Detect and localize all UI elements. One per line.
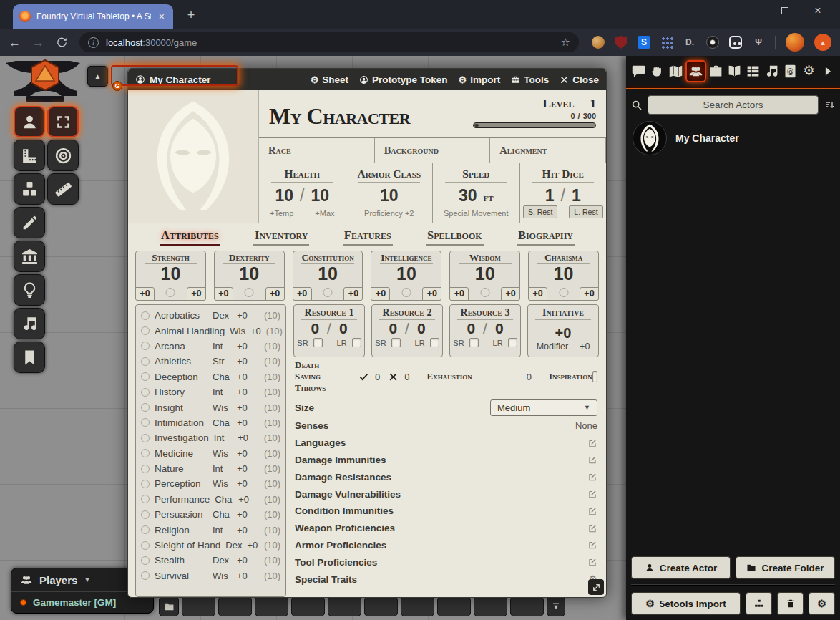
speed-value[interactable]: 30ft [459,186,494,205]
skill-row[interactable]: Deception Cha +0 (10) [141,369,280,384]
skill-name[interactable]: Animal Handling [155,326,225,336]
skill-row[interactable]: Performance Cha +0 (10) [141,492,280,507]
ability-label[interactable]: Dexterity [229,252,270,263]
inspiration-checkbox[interactable] [592,371,597,382]
skill-name[interactable]: Acrobatics [155,310,207,321]
macro-slot[interactable] [474,596,507,616]
skill-name[interactable]: Religion [155,525,207,536]
ability-label[interactable]: Intelligence [381,252,431,263]
resource-label[interactable]: Resource 1 [305,307,354,319]
skill-row[interactable]: History Int +0 (10) [141,384,280,399]
browser-update-icon[interactable]: ▲ [814,34,831,51]
nav-collapse-button[interactable]: ▲ [87,66,108,87]
skill-proficiency-radio[interactable] [141,372,150,381]
site-info-icon[interactable]: i [88,37,99,48]
sidebar-tab-playlists[interactable] [763,60,781,82]
xp-display[interactable]: 0/300 [570,112,596,120]
initiative-modifier-input[interactable]: +0 [580,342,590,352]
size-select[interactable]: Medium▼ [490,399,597,416]
exhaustion-input[interactable]: 0 [527,372,532,382]
edit-icon[interactable] [587,540,597,550]
ruler-tool[interactable] [47,173,79,205]
skill-proficiency-radio[interactable] [141,525,150,534]
skill-proficiency-radio[interactable] [141,311,150,320]
skill-name[interactable]: Athletics [155,356,207,367]
sound-controls[interactable] [14,308,45,339]
special-movement-label[interactable]: Special Movement [444,209,509,218]
lighting-controls[interactable] [14,274,45,306]
skill-row[interactable]: Religion Int +0 (10) [141,522,280,537]
death-failure-input[interactable]: 0 [404,372,409,382]
ability-save[interactable]: +0 [343,287,363,301]
lr-checkbox[interactable] [430,338,439,347]
ability-label[interactable]: Wisdom [469,252,501,263]
character-name-input[interactable]: My Character [269,103,467,137]
skill-proficiency-radio[interactable] [141,418,150,427]
ability-save[interactable]: +0 [187,287,206,301]
skill-row[interactable]: Medicine Wis +0 (10) [141,446,280,461]
folder-tree-button[interactable] [746,592,772,615]
skill-name[interactable]: Medicine [155,448,207,459]
minimize-button[interactable] [736,0,768,21]
tab-spellbook[interactable]: Spellbook [424,228,485,243]
tab-features[interactable]: Features [341,228,394,243]
import-button[interactable]: ⚙ Import [459,74,501,85]
skill-proficiency-radio[interactable] [141,465,150,473]
skill-name[interactable]: Stealth [155,555,207,566]
ability-score-input[interactable]: 10 [239,264,259,284]
field-race[interactable]: Race [259,138,375,163]
skill-row[interactable]: Perception Wis +0 (10) [141,476,280,491]
edit-icon[interactable] [587,455,597,465]
browser-tab[interactable]: Foundry Virtual Tabletop • A Stan × [13,4,173,29]
skill-proficiency-radio[interactable] [141,571,150,580]
edit-icon[interactable] [587,506,597,516]
forward-button[interactable]: → [32,37,44,49]
profile-avatar[interactable] [786,33,804,52]
ac-value[interactable]: 10 [380,186,399,205]
skill-proficiency-radio[interactable] [141,434,150,442]
sr-checkbox[interactable] [313,338,323,347]
skill-proficiency-radio[interactable] [141,403,150,412]
sidebar-tab-items[interactable] [707,60,725,82]
macro-slot[interactable] [182,596,215,616]
ability-mod[interactable]: +0 [528,287,547,301]
skill-name[interactable]: Insight [155,402,207,413]
drawing-controls[interactable] [14,207,45,238]
skill-name[interactable]: Arcana [155,341,207,352]
extension-grid[interactable] [660,36,673,49]
ability-mod[interactable]: +0 [214,287,233,301]
ability-save[interactable]: +0 [501,287,520,301]
sr-checkbox[interactable] [469,338,479,347]
ability-mod[interactable]: +0 [293,287,312,301]
sidebar-tab-combat[interactable] [648,60,666,82]
long-rest-button[interactable]: L. Rest [569,205,602,218]
ability-save[interactable]: +0 [422,287,441,301]
edit-icon[interactable] [587,489,597,499]
resource-label[interactable]: Resource 2 [383,307,432,319]
create-folder-button[interactable]: Create Folder [736,556,835,579]
create-actor-button[interactable]: Create Actor [631,556,731,579]
extension-d[interactable]: D. [683,36,696,49]
ability-mod[interactable]: +0 [449,287,469,301]
back-button[interactable]: ← [9,37,21,49]
macro-slot[interactable] [437,596,471,616]
maximize-button[interactable] [768,0,801,21]
edit-icon[interactable] [587,438,597,448]
tile-controls[interactable] [14,173,45,205]
skill-name[interactable]: Persuasion [155,509,207,520]
tools-button[interactable]: Tools [511,74,549,85]
save-proficiency-radio[interactable] [401,288,411,297]
macro-slot[interactable] [291,596,325,616]
ability-score-input[interactable]: 10 [161,264,181,284]
temp-hp-field[interactable]: +Temp [270,209,293,218]
skill-name[interactable]: Perception [155,478,207,489]
ability-mod[interactable]: +0 [371,287,390,301]
prototype-token-button[interactable]: Prototype Token [359,74,448,85]
actor-list-item[interactable]: My Character [626,117,840,159]
skill-proficiency-radio[interactable] [141,388,150,397]
bookmark-star-icon[interactable]: ☆ [561,36,570,49]
skill-proficiency-radio[interactable] [141,495,150,503]
tempmax-hp-field[interactable]: +Max [315,209,334,218]
target-tool[interactable] [47,140,79,171]
extension-robot[interactable] [729,36,742,49]
